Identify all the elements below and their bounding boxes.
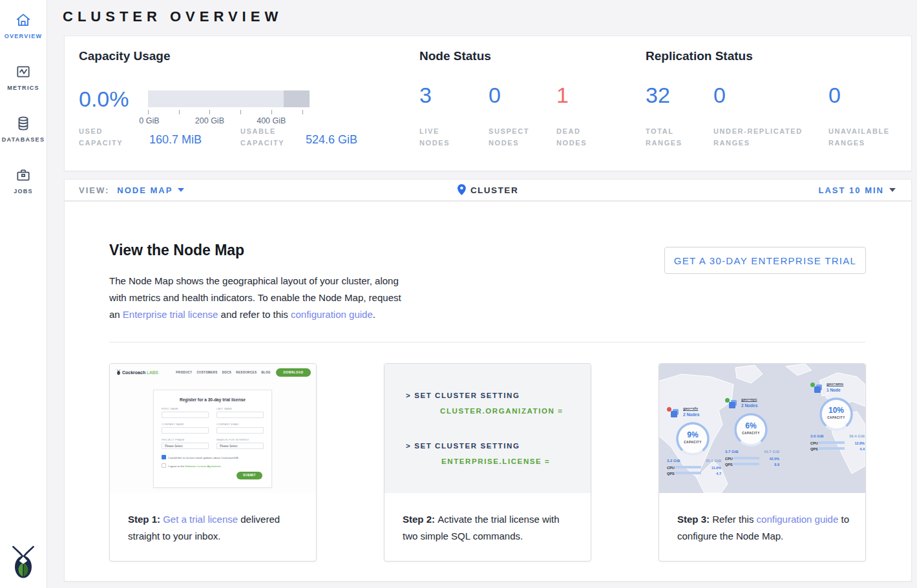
sidebar-item-metrics[interactable]: METRICS	[0, 63, 47, 91]
axis-tick	[179, 110, 180, 114]
license-agreement-checkbox: I agree to the Software License Agreemen…	[162, 463, 222, 468]
cockroach-labs-mini-logo: Cockroach LABS	[116, 369, 158, 375]
capacity-bar-used-segment	[284, 90, 310, 107]
capacity-percent: 10%	[818, 406, 854, 415]
capacity-gauge: 9% CAPACITY	[675, 421, 711, 457]
field-label: LAST NAME	[216, 408, 232, 410]
step1-caption: Step 1: Get a trial license delivered st…	[128, 511, 301, 545]
database-icon	[0, 115, 47, 132]
qps-value: 4.7	[716, 472, 721, 476]
location-pin-icon	[458, 184, 466, 195]
node-map-description: The Node Map shows the geographical layo…	[109, 273, 413, 323]
capacity-label: CAPACITY	[675, 441, 711, 444]
sql-argument: CLUSTER.ORGANIZATION =	[440, 407, 564, 415]
node-map-panel: View the Node Map The Node Map shows the…	[64, 201, 912, 582]
sidebar-item-jobs[interactable]: JOBS	[0, 167, 47, 194]
total-ranges-value: 32	[646, 83, 670, 108]
axis-label: 400 GiB	[257, 116, 286, 125]
view-selector[interactable]: VIEW:NODE MAP	[79, 185, 184, 195]
unavailable-label: UNAVAILABLE RANGES	[828, 125, 906, 149]
configuration-guide-link[interactable]: configuration guide	[757, 514, 839, 525]
total-capacity: 36.4 GiB	[849, 434, 865, 438]
cockroach-labs-logo-icon[interactable]	[10, 545, 37, 582]
capacity-label: CAPACITY	[818, 416, 854, 419]
capacity-percent: 0.0%	[79, 87, 129, 112]
node-status-title: Node Status	[419, 49, 491, 63]
site-logo-suffix: LABS	[147, 370, 158, 375]
sidebar-item-label: JOBS	[0, 188, 47, 194]
used-capacity: 3.7 GiB	[725, 450, 739, 454]
chevron-down-icon	[178, 188, 184, 192]
home-icon	[0, 12, 47, 28]
unavailable-value: 0	[828, 83, 841, 108]
sql-command: SET CLUSTER SETTING	[414, 442, 520, 450]
step2-caption: Step 2: Activate the trial license with …	[403, 511, 576, 545]
field-label: REASON FOR INTEREST	[216, 439, 249, 441]
site-download-button: DOWNLOAD	[276, 368, 311, 377]
cpu-value: 42.5%	[769, 457, 779, 461]
site-logo-text: Cockroach	[122, 370, 145, 375]
qps-value: 4.4	[859, 447, 865, 451]
field-label: COMPANY NAME	[162, 423, 184, 426]
cluster-summary-panel: Capacity Usage 0.0% 0 GiB 200 GiB 400 Gi…	[64, 36, 912, 171]
step1-label: Step 1:	[128, 514, 163, 525]
first-name-field	[162, 412, 209, 418]
last-name-field	[216, 412, 264, 418]
field-label: PROJECT PHASE	[162, 439, 184, 441]
sidebar-item-label: OVERVIEW	[0, 33, 47, 39]
cpu-label: CPU	[667, 466, 675, 470]
get-trial-license-link[interactable]: Get a trial license	[163, 514, 238, 525]
used-capacity: 3.2 GiB	[667, 459, 680, 463]
total-ranges-label: TOTAL RANGES	[646, 125, 691, 149]
configuration-guide-link[interactable]: configuration guide	[291, 309, 373, 320]
form-title: Register for a 30-day trial license	[154, 397, 271, 402]
cpu-label: CPU	[810, 441, 819, 445]
used-capacity-value: 160.7 MiB	[149, 133, 202, 147]
site-nav-item: RESOURCES	[236, 371, 257, 374]
usable-capacity-label: USABLE CAPACITY	[240, 125, 302, 149]
time-range-selector[interactable]: LAST 10 MIN	[819, 185, 896, 195]
qps-label: QPS	[725, 463, 733, 467]
sidebar-item-overview[interactable]: OVERVIEW	[0, 12, 47, 39]
description-text: and refer to this	[218, 309, 291, 320]
axis-tick	[240, 110, 241, 114]
trial-license-site-screenshot: Cockroach LABS PRODUCTCUSTOMERSDOCSRESOU…	[110, 364, 316, 493]
qps-bar	[733, 463, 759, 465]
chevron-down-icon	[889, 188, 896, 192]
divider	[109, 342, 865, 342]
node-map-heading: View the Node Map	[109, 242, 244, 259]
cpu-bar	[733, 457, 759, 459]
metrics-chart-icon	[0, 63, 47, 80]
qps-label: QPS	[667, 472, 675, 476]
dead-nodes-value: 1	[556, 83, 569, 108]
scope-breadcrumb[interactable]: CLUSTER	[458, 184, 518, 195]
step3-card: geo=sfo 2 Nodes 9% CAPACITY 3.2 GiB35.1 …	[659, 363, 866, 562]
view-label: VIEW:	[79, 185, 109, 195]
capacity-usage-title: Capacity Usage	[79, 49, 171, 63]
capacity-gauge: 6% CAPACITY	[733, 412, 769, 448]
capacity-percent: 9%	[675, 430, 711, 439]
enterprise-trial-license-link[interactable]: Enterprise trial license	[123, 309, 218, 320]
sql-argument: ENTERPRISE.LICENSE =	[441, 457, 550, 465]
project-phase-select: Please Select	[162, 443, 209, 449]
step3-caption: Step 3: Refer this configuration guide t…	[677, 511, 850, 545]
reason-select: Please Select	[216, 443, 264, 449]
node-map-preview: geo=sfo 2 Nodes 9% CAPACITY 3.2 GiB35.1 …	[659, 364, 865, 493]
cpu-value: 12.8%	[854, 441, 865, 445]
email-updates-checkbox: I would like to receive email updates ab…	[162, 455, 239, 459]
site-nav: PRODUCTCUSTOMERSDOCSRESOURCESBLOG	[171, 371, 271, 374]
replication-status-title: Replication Status	[646, 49, 753, 63]
enterprise-trial-button[interactable]: GET A 30-DAY ENTERPRISE TRIAL	[664, 247, 866, 274]
cpu-label: CPU	[725, 457, 733, 461]
step2-label: Step 2:	[403, 514, 437, 525]
trial-register-form: Register for a 30-day trial license FIRS…	[153, 390, 272, 488]
used-capacity-label: USED CAPACITY	[79, 125, 140, 149]
sidebar-item-databases[interactable]: DATABASES	[0, 115, 47, 143]
sql-command: SET CLUSTER SETTING	[414, 392, 520, 399]
step2-card: > SET CLUSTER SETTING CLUSTER.ORGANIZATI…	[384, 363, 591, 562]
suspect-nodes-value: 0	[489, 83, 501, 108]
live-nodes-value: 3	[419, 83, 432, 108]
site-nav-item: CUSTOMERS	[196, 371, 217, 374]
capacity-label: CAPACITY	[733, 432, 769, 435]
site-nav-item: PRODUCT	[176, 371, 192, 374]
